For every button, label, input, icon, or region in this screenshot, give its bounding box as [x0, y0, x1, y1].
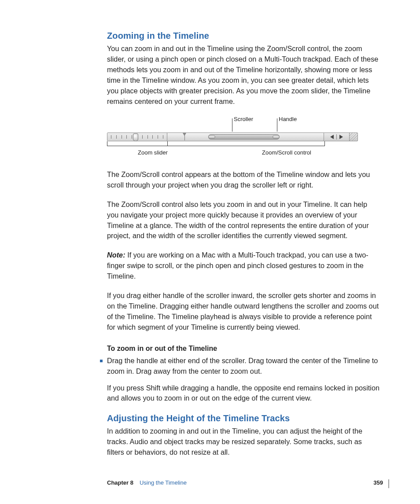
callout-tick [232, 118, 232, 132]
task-steps: Drag the handle at either end of the scr… [107, 356, 380, 404]
paragraph: The Zoom/Scroll control appears at the b… [107, 169, 380, 191]
callout-scroller-label: Scroller [234, 116, 253, 122]
callout-zoom-slider-label: Zoom slider [138, 149, 168, 156]
note-label: Note: [107, 251, 125, 259]
scroller[interactable] [208, 134, 280, 140]
zoom-slider[interactable] [107, 133, 167, 141]
heading-adjusting-height: Adjusting the Height of the Timeline Tra… [107, 413, 380, 423]
note-text: If you are working on a Mac with a Multi… [107, 251, 368, 280]
figure-top-callouts: Scroller Handle [107, 116, 358, 132]
document-page: Zooming in the Timeline You can zoom in … [0, 0, 420, 504]
zoom-scroll-track[interactable] [168, 133, 324, 141]
task-title: To zoom in or out of the Timeline [107, 343, 380, 354]
paragraph: You can zoom in and out in the Timeline … [107, 44, 380, 107]
figure-bottom-callouts: Zoom slider Zoom/Scroll control [107, 141, 358, 159]
step-text: Drag the handle at either end of the scr… [107, 356, 380, 377]
footer-page-number: 359 [373, 479, 383, 486]
callout-handle-label: Handle [279, 116, 297, 122]
paragraph: The Zoom/Scroll control also lets you zo… [107, 199, 380, 242]
playhead-icon [184, 133, 185, 140]
heading-zooming: Zooming in the Timeline [107, 31, 380, 41]
callout-zoom-scroll-label: Zoom/Scroll control [262, 149, 311, 156]
page-footer: Chapter 8 Using the Timeline 359 [107, 479, 389, 488]
note-paragraph: Note: If you are working on a Mac with a… [107, 250, 380, 282]
scroller-handle-left[interactable] [208, 135, 215, 139]
figure-timeline-controls: Scroller Handle [107, 116, 358, 159]
next-frame-icon[interactable] [339, 135, 343, 139]
separator [336, 134, 337, 140]
step-text: If you press Shift while dragging a hand… [107, 383, 380, 404]
paragraph: In addition to zooming in and out in the… [107, 426, 380, 458]
zoom-slider-knob[interactable] [133, 133, 138, 141]
bracket [107, 141, 168, 146]
resize-grip-icon[interactable] [350, 133, 357, 141]
paragraph: If you drag either handle of the scrolle… [107, 291, 380, 333]
prev-frame-icon[interactable] [330, 135, 334, 139]
callout-tick [277, 118, 277, 132]
footer-title: Using the Timeline [140, 479, 187, 486]
bracket [167, 141, 325, 146]
footer-chapter: Chapter 8 [107, 479, 133, 486]
task-step: Drag the handle at either end of the scr… [107, 356, 380, 404]
scroller-handle-right[interactable] [273, 135, 280, 139]
timeline-bar [107, 132, 358, 141]
nav-buttons [324, 133, 350, 141]
